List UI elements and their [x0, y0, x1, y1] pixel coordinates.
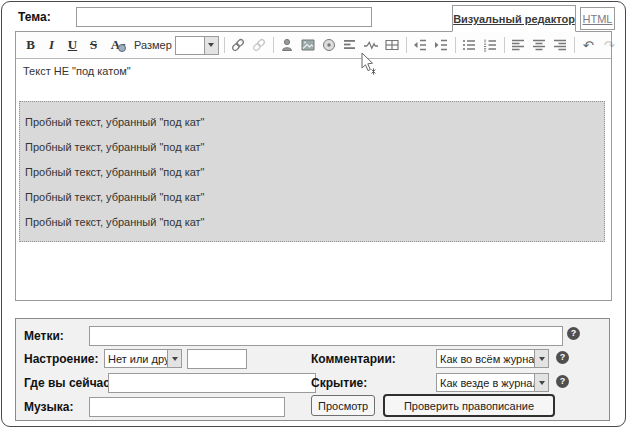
toolbar-divider: [406, 37, 407, 53]
spellcheck-button[interactable]: Проверить правописание: [383, 394, 555, 417]
chevron-down-icon: [534, 374, 548, 391]
preview-button[interactable]: Просмотр: [311, 395, 375, 416]
strikethrough-icon: S: [90, 37, 97, 53]
chevron-down-icon: [167, 350, 181, 367]
cut-icon: [363, 37, 379, 53]
user-icon: [279, 37, 295, 53]
mood-label: Настроение:: [24, 352, 99, 366]
cut-paragraph[interactable]: Пробный текст, убранный "под кат": [25, 110, 604, 135]
redo-button[interactable]: ↷: [599, 35, 620, 55]
image-icon: [300, 37, 316, 53]
underline-icon: U: [68, 37, 77, 53]
mood-select[interactable]: Нет или другое:: [104, 349, 182, 368]
indent-button[interactable]: [431, 35, 452, 55]
toolbar-divider: [504, 37, 505, 53]
redo-icon: ↷: [604, 38, 615, 53]
bold-icon: B: [26, 37, 35, 53]
font-color-button[interactable]: A ▾: [104, 35, 132, 55]
media-icon: [321, 37, 337, 53]
comments-select[interactable]: Как во всём журнале: [436, 349, 549, 368]
numbered-list-icon: [482, 37, 498, 53]
underline-button[interactable]: U: [62, 35, 83, 55]
insert-poll-button[interactable]: [340, 35, 361, 55]
chevron-down-icon[interactable]: [204, 37, 218, 54]
screening-label: Скрытие:: [311, 376, 367, 390]
location-label: Где вы сейчас:: [24, 376, 114, 390]
tab-html[interactable]: HTML: [580, 7, 615, 30]
comments-help-icon[interactable]: ?: [556, 351, 569, 364]
comments-select-value: Как во всём журнале: [437, 353, 534, 365]
align-left-button[interactable]: [508, 35, 529, 55]
editor-toolbar: B I U S A ▾ Размер: [16, 32, 611, 59]
italic-icon: I: [49, 37, 54, 53]
toolbar-divider: [574, 37, 575, 53]
cut-paragraph[interactable]: Пробный текст, убранный "под кат": [25, 135, 604, 160]
music-label: Музыка:: [24, 400, 73, 414]
link-icon: [230, 37, 246, 53]
toolbar-divider: [455, 37, 456, 53]
insert-link-button[interactable]: [228, 35, 249, 55]
align-right-icon: [552, 37, 568, 53]
insert-table-button[interactable]: [382, 35, 403, 55]
outdent-icon: [412, 37, 428, 53]
poll-icon: [342, 37, 358, 53]
strikethrough-button[interactable]: S: [83, 35, 104, 55]
bullet-list-button[interactable]: [459, 35, 480, 55]
font-size-select[interactable]: [175, 36, 219, 55]
align-center-button[interactable]: [529, 35, 550, 55]
subject-label: Тема:: [18, 10, 51, 24]
mood-custom-input[interactable]: [187, 349, 247, 369]
color-dot-icon: [118, 44, 126, 52]
tab-visual-editor[interactable]: Визуальный редактор: [452, 5, 576, 32]
indent-icon: [433, 37, 449, 53]
align-right-button[interactable]: [550, 35, 571, 55]
undo-icon: ↶: [583, 38, 594, 53]
lj-user-button[interactable]: [277, 35, 298, 55]
outdent-button[interactable]: [410, 35, 431, 55]
toolbar-divider: [224, 37, 225, 53]
align-center-icon: [531, 37, 547, 53]
cut-paragraph[interactable]: Пробный текст, убранный "под кат": [25, 160, 604, 185]
location-input[interactable]: [108, 373, 316, 393]
insert-image-button[interactable]: [298, 35, 319, 55]
music-input[interactable]: [89, 397, 285, 417]
lj-cut-button[interactable]: [361, 35, 382, 55]
remove-link-button[interactable]: [249, 35, 270, 55]
post-editor-window: Тема: Визуальный редактор HTML B I U S A…: [0, 0, 627, 428]
numbered-list-button[interactable]: [480, 35, 501, 55]
unlink-icon: [251, 37, 267, 53]
tags-input[interactable]: [89, 326, 563, 346]
italic-button[interactable]: I: [41, 35, 62, 55]
tags-help-icon[interactable]: ?: [567, 327, 580, 340]
font-size-label: Размер: [134, 39, 172, 51]
subject-input[interactable]: [76, 7, 372, 27]
screening-select-value: Как везде в журнале: [437, 377, 534, 389]
table-icon: [384, 37, 400, 53]
chevron-down-icon: [534, 350, 548, 367]
bold-button[interactable]: B: [20, 35, 41, 55]
align-left-icon: [510, 37, 526, 53]
editor-intro-paragraph[interactable]: Текст НЕ "под катом": [23, 65, 131, 77]
screening-help-icon[interactable]: ?: [556, 375, 569, 388]
undo-button[interactable]: ↶: [578, 35, 599, 55]
post-options-panel: Метки: ? Настроение: Нет или другое: Ком…: [15, 318, 610, 421]
tags-label: Метки:: [24, 329, 64, 343]
cut-paragraph[interactable]: Пробный текст, убранный "под кат": [25, 210, 604, 235]
insert-media-button[interactable]: [319, 35, 340, 55]
mood-select-value: Нет или другое:: [105, 353, 167, 365]
lj-cut-block[interactable]: Пробный текст, убранный "под кат" Пробны…: [19, 101, 605, 242]
cut-paragraph[interactable]: Пробный текст, убранный "под кат": [25, 185, 604, 210]
editor-area: B I U S A ▾ Размер: [15, 31, 612, 301]
comments-label: Комментарии:: [311, 352, 396, 366]
screening-select[interactable]: Как везде в журнале: [436, 373, 549, 392]
bullet-list-icon: [461, 37, 477, 53]
toolbar-divider: [273, 37, 274, 53]
